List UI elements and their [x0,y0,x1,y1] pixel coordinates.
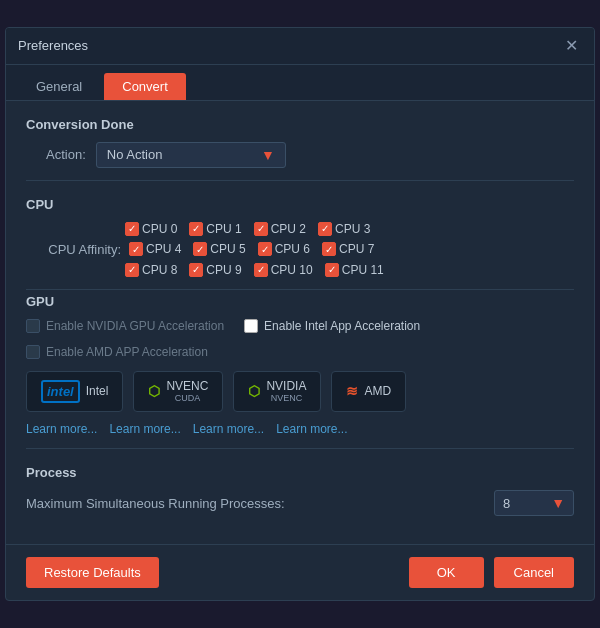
learn-link-1[interactable]: Learn more... [26,422,97,436]
process-label: Maximum Simultaneous Running Processes: [26,496,285,511]
nvidia-label: NVIDIA [266,380,306,393]
cpu-0-checkbox[interactable]: ✓ [125,222,139,236]
amd-label: AMD [364,384,391,398]
process-section: Process Maximum Simultaneous Running Pro… [26,465,574,516]
cpu-9-checkbox[interactable]: ✓ [189,263,203,277]
cpu-item-10[interactable]: ✓ CPU 10 [254,263,313,277]
footer: Restore Defaults OK Cancel [6,544,594,600]
nvenc-sub: CUDA [166,393,208,404]
learn-link-4[interactable]: Learn more... [276,422,347,436]
preferences-dialog: Preferences ✕ General Convert Conversion… [5,27,595,602]
conversion-done-title: Conversion Done [26,117,574,132]
amd-brand-button[interactable]: ≋ AMD [331,371,406,413]
cpu-title: CPU [26,197,574,212]
cpu-1-checkbox[interactable]: ✓ [189,222,203,236]
cpu-8-label: CPU 8 [142,263,177,277]
cpu-1-label: CPU 1 [206,222,241,236]
cpu-4-checkbox[interactable]: ✓ [129,242,143,256]
cpu-3-checkbox[interactable]: ✓ [318,222,332,236]
amd-icon: ≋ [346,383,358,399]
tab-general[interactable]: General [18,73,100,100]
amd-app-option[interactable]: Enable AMD APP Acceleration [26,345,574,359]
conversion-done-section: Conversion Done Action: No Action ▼ [26,117,574,168]
cpu-item-4[interactable]: ✓ CPU 4 [129,242,181,256]
cpu-11-label: CPU 11 [342,263,384,277]
cpu-4-label: CPU 4 [146,242,181,256]
nvidia-icon: ⬡ [248,383,260,399]
cpu-5-label: CPU 5 [210,242,245,256]
cpu-0-label: CPU 0 [142,222,177,236]
cpu-item-2[interactable]: ✓ CPU 2 [254,222,306,236]
gpu-section: GPU Enable NVIDIA GPU Acceleration Enabl… [26,294,574,437]
nvenc-brand-button[interactable]: ⬡ NVENC CUDA [133,371,223,413]
process-value: 8 [503,496,510,511]
cpu-8-checkbox[interactable]: ✓ [125,263,139,277]
gpu-brands: intel Intel ⬡ NVENC CUDA ⬡ NVIDIA NVENC [26,371,574,413]
intel-app-option[interactable]: Enable Intel App Acceleration [244,319,420,333]
process-row: Maximum Simultaneous Running Processes: … [26,490,574,516]
action-value: No Action [107,147,163,162]
nvidia-gpu-label: Enable NVIDIA GPU Acceleration [46,319,224,333]
nvidia-gpu-option[interactable]: Enable NVIDIA GPU Acceleration [26,319,224,333]
cpu-item-3[interactable]: ✓ CPU 3 [318,222,370,236]
ok-button[interactable]: OK [409,557,484,588]
process-dropdown[interactable]: 8 ▼ [494,490,574,516]
cpu-6-label: CPU 6 [275,242,310,256]
dialog-title: Preferences [18,38,88,53]
cpu-3-label: CPU 3 [335,222,370,236]
cpu-11-checkbox[interactable]: ✓ [325,263,339,277]
nvenc-label: NVENC [166,380,208,393]
affinity-label: CPU Affinity: [36,242,121,257]
cpu-row-3: ✓ CPU 8 ✓ CPU 9 ✓ CPU 10 ✓ CPU 11 [36,263,574,277]
cpu-item-1[interactable]: ✓ CPU 1 [189,222,241,236]
action-dropdown[interactable]: No Action ▼ [96,142,286,168]
cpu-item-7[interactable]: ✓ CPU 7 [322,242,374,256]
intel-icon: intel [41,380,80,403]
title-bar: Preferences ✕ [6,28,594,65]
nvenc-icon: ⬡ [148,383,160,399]
divider-2 [26,289,574,290]
tab-convert[interactable]: Convert [104,73,186,100]
cpu-10-label: CPU 10 [271,263,313,277]
cpu-item-11[interactable]: ✓ CPU 11 [325,263,384,277]
cpu-item-9[interactable]: ✓ CPU 9 [189,263,241,277]
cancel-button[interactable]: Cancel [494,557,574,588]
intel-app-label: Enable Intel App Acceleration [264,319,420,333]
content-area: Conversion Done Action: No Action ▼ CPU … [6,117,594,533]
cpu-7-checkbox[interactable]: ✓ [322,242,336,256]
cpu-item-8[interactable]: ✓ CPU 8 [125,263,177,277]
cpu-item-5[interactable]: ✓ CPU 5 [193,242,245,256]
nvidia-gpu-checkbox[interactable] [26,319,40,333]
learn-link-3[interactable]: Learn more... [193,422,264,436]
divider-3 [26,448,574,449]
nvidia-sub: NVENC [266,393,306,404]
cpu-2-label: CPU 2 [271,222,306,236]
amd-app-label: Enable AMD APP Acceleration [46,345,208,359]
cpu-row-2: CPU Affinity: ✓ CPU 4 ✓ CPU 5 ✓ CPU 6 ✓ [36,242,574,257]
intel-app-checkbox[interactable] [244,319,258,333]
cpu-2-checkbox[interactable]: ✓ [254,222,268,236]
cpu-6-checkbox[interactable]: ✓ [258,242,272,256]
action-label: Action: [46,147,86,162]
process-title: Process [26,465,574,480]
restore-defaults-button[interactable]: Restore Defaults [26,557,159,588]
intel-label: Intel [86,384,109,398]
nvidia-text: NVIDIA NVENC [266,380,306,404]
cpu-5-checkbox[interactable]: ✓ [193,242,207,256]
action-dropdown-arrow: ▼ [261,147,275,163]
cpu-9-label: CPU 9 [206,263,241,277]
intel-brand-button[interactable]: intel Intel [26,371,123,413]
footer-right: OK Cancel [409,557,574,588]
learn-link-2[interactable]: Learn more... [109,422,180,436]
amd-app-checkbox[interactable] [26,345,40,359]
cpu-item-6[interactable]: ✓ CPU 6 [258,242,310,256]
cpu-7-label: CPU 7 [339,242,374,256]
cpu-item-0[interactable]: ✓ CPU 0 [125,222,177,236]
nvidia-brand-button[interactable]: ⬡ NVIDIA NVENC [233,371,321,413]
cpu-grid: ✓ CPU 0 ✓ CPU 1 ✓ CPU 2 ✓ CPU 3 [36,222,574,277]
process-dropdown-arrow: ▼ [551,495,565,511]
close-button[interactable]: ✕ [561,36,582,56]
cpu-row-1: ✓ CPU 0 ✓ CPU 1 ✓ CPU 2 ✓ CPU 3 [36,222,574,236]
cpu-10-checkbox[interactable]: ✓ [254,263,268,277]
nvenc-text: NVENC CUDA [166,380,208,404]
